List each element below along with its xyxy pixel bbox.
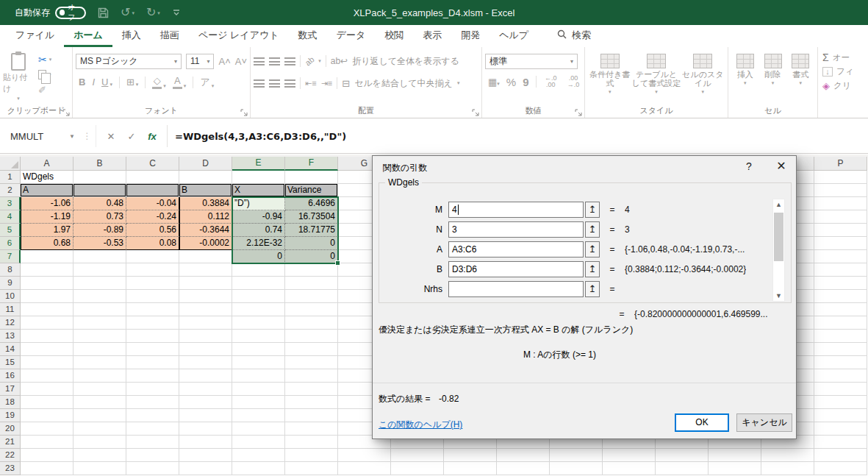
tab-ファイル[interactable]: ファイル bbox=[6, 24, 64, 47]
cell-B15[interactable] bbox=[73, 356, 126, 369]
cell-F8[interactable] bbox=[285, 263, 338, 277]
clipboard-launcher-icon[interactable] bbox=[62, 108, 70, 116]
cell-E2[interactable]: X bbox=[232, 184, 285, 197]
cell-B6[interactable]: -0.53 bbox=[73, 237, 126, 250]
cell-D9[interactable] bbox=[179, 277, 232, 290]
row-header-8[interactable]: 8 bbox=[0, 263, 21, 277]
dialog-scrollbar[interactable]: ▲ ▼ bbox=[772, 199, 785, 302]
column-header-P[interactable]: P bbox=[814, 157, 867, 171]
format-cells-button[interactable]: 書式▾ bbox=[786, 51, 814, 104]
cell-E20[interactable] bbox=[232, 422, 285, 436]
cell-D14[interactable] bbox=[179, 343, 232, 356]
cell-D4[interactable]: 0.112 bbox=[179, 210, 232, 224]
row-header-7[interactable]: 7 bbox=[0, 250, 21, 263]
cell-P2[interactable] bbox=[814, 184, 867, 197]
formula-input[interactable]: =WDgels(4,3,A3:C6,D3:D6,,"D") bbox=[168, 131, 868, 142]
cell-P18[interactable] bbox=[814, 396, 867, 409]
scroll-up-icon[interactable]: ▲ bbox=[773, 199, 784, 210]
dialog-close-icon[interactable]: ✕ bbox=[772, 159, 790, 173]
cell-I22[interactable] bbox=[444, 449, 497, 462]
cell-B16[interactable] bbox=[73, 369, 126, 383]
fill-color-icon[interactable]: ◇▾ bbox=[152, 75, 166, 89]
autosum-button[interactable]: Σ オー bbox=[822, 51, 868, 63]
cell-A11[interactable] bbox=[21, 303, 73, 316]
percent-style-icon[interactable]: % bbox=[506, 76, 516, 88]
row-header-10[interactable]: 10 bbox=[0, 290, 21, 303]
cell-D21[interactable] bbox=[179, 436, 232, 449]
cell-P5[interactable] bbox=[814, 224, 867, 237]
cell-A8[interactable] bbox=[21, 263, 73, 277]
row-header-18[interactable]: 18 bbox=[0, 396, 21, 409]
cell-B10[interactable] bbox=[73, 290, 126, 303]
align-center-icon[interactable] bbox=[269, 79, 280, 88]
dialog-help-icon[interactable]: ? bbox=[742, 160, 756, 172]
cell-F23[interactable] bbox=[285, 462, 338, 475]
cell-E9[interactable] bbox=[232, 277, 285, 290]
phonetic-guide-icon[interactable]: ア▾ bbox=[200, 76, 214, 89]
align-right-icon[interactable] bbox=[284, 79, 295, 88]
cell-A17[interactable] bbox=[21, 383, 73, 396]
cell-A15[interactable] bbox=[21, 356, 73, 369]
alignment-launcher-icon[interactable] bbox=[472, 108, 479, 116]
cell-C18[interactable] bbox=[126, 396, 179, 409]
wrap-text-label[interactable]: 折り返して全体を表示する bbox=[352, 55, 459, 68]
customize-qat-icon[interactable] bbox=[172, 8, 181, 17]
row-header-11[interactable]: 11 bbox=[0, 303, 21, 316]
cell-F1[interactable] bbox=[285, 171, 338, 184]
cell-P12[interactable] bbox=[814, 316, 867, 330]
font-name-select[interactable]: MS Pゴシック▾ bbox=[76, 54, 182, 69]
cell-D22[interactable] bbox=[179, 449, 232, 462]
cell-C4[interactable]: -0.24 bbox=[126, 210, 179, 224]
cell-C16[interactable] bbox=[126, 369, 179, 383]
tab-データ[interactable]: データ bbox=[327, 24, 376, 47]
cell-A19[interactable] bbox=[21, 409, 73, 422]
cell-E12[interactable] bbox=[232, 316, 285, 330]
cancel-entry-icon[interactable]: ✕ bbox=[102, 131, 120, 142]
cell-A1[interactable]: WDgels bbox=[21, 171, 73, 184]
autosave-switch-icon[interactable]: オフ bbox=[55, 7, 86, 19]
column-header-C[interactable]: C bbox=[126, 157, 179, 171]
row-header-5[interactable]: 5 bbox=[0, 224, 21, 237]
row-header-2[interactable]: 2 bbox=[0, 184, 21, 197]
align-left-icon[interactable] bbox=[254, 79, 265, 88]
cell-C14[interactable] bbox=[126, 343, 179, 356]
argument-input-A[interactable]: A3:C6 bbox=[448, 241, 584, 257]
cell-F21[interactable] bbox=[285, 436, 338, 449]
cell-P1[interactable] bbox=[814, 171, 867, 184]
insert-function-icon[interactable]: fx bbox=[143, 131, 161, 142]
cell-F6[interactable]: 0 bbox=[285, 237, 338, 250]
cell-E17[interactable] bbox=[232, 383, 285, 396]
ok-button[interactable]: OK bbox=[675, 413, 729, 432]
cell-C22[interactable] bbox=[126, 449, 179, 462]
argument-input-M[interactable]: 4 bbox=[448, 202, 584, 218]
cell-P11[interactable] bbox=[814, 303, 867, 316]
decrease-decimal-icon[interactable]: .00 →.0 bbox=[565, 75, 581, 88]
cell-F13[interactable] bbox=[285, 330, 338, 343]
cell-B1[interactable] bbox=[73, 171, 126, 184]
cell-E3[interactable]: ”D”) bbox=[232, 197, 285, 210]
cell-G23[interactable] bbox=[338, 462, 391, 475]
cell-A10[interactable] bbox=[21, 290, 73, 303]
number-launcher-icon[interactable] bbox=[575, 108, 582, 116]
cell-A23[interactable] bbox=[21, 462, 73, 475]
cell-P13[interactable] bbox=[814, 330, 867, 343]
scroll-down-icon[interactable]: ▼ bbox=[773, 291, 784, 301]
formula-bar-drag-handle[interactable]: ⋮ bbox=[79, 131, 96, 141]
cell-E8[interactable] bbox=[232, 263, 285, 277]
cell-F15[interactable] bbox=[285, 356, 338, 369]
column-header-B[interactable]: B bbox=[73, 157, 126, 171]
cell-D20[interactable] bbox=[179, 422, 232, 436]
fill-button[interactable]: ↓ フィ bbox=[822, 66, 868, 77]
comma-style-icon[interactable]: 9 bbox=[523, 76, 528, 88]
column-header-F[interactable]: F bbox=[285, 157, 338, 171]
cell-F2[interactable]: Variance bbox=[285, 184, 338, 197]
cell-K22[interactable] bbox=[550, 449, 603, 462]
row-header-1[interactable]: 1 bbox=[0, 171, 21, 184]
cell-A21[interactable] bbox=[21, 436, 73, 449]
align-top-icon[interactable] bbox=[254, 57, 265, 65]
cell-B13[interactable] bbox=[73, 330, 126, 343]
row-header-13[interactable]: 13 bbox=[0, 330, 21, 343]
cell-G22[interactable] bbox=[338, 449, 391, 462]
cell-F12[interactable] bbox=[285, 316, 338, 330]
cell-A14[interactable] bbox=[21, 343, 73, 356]
